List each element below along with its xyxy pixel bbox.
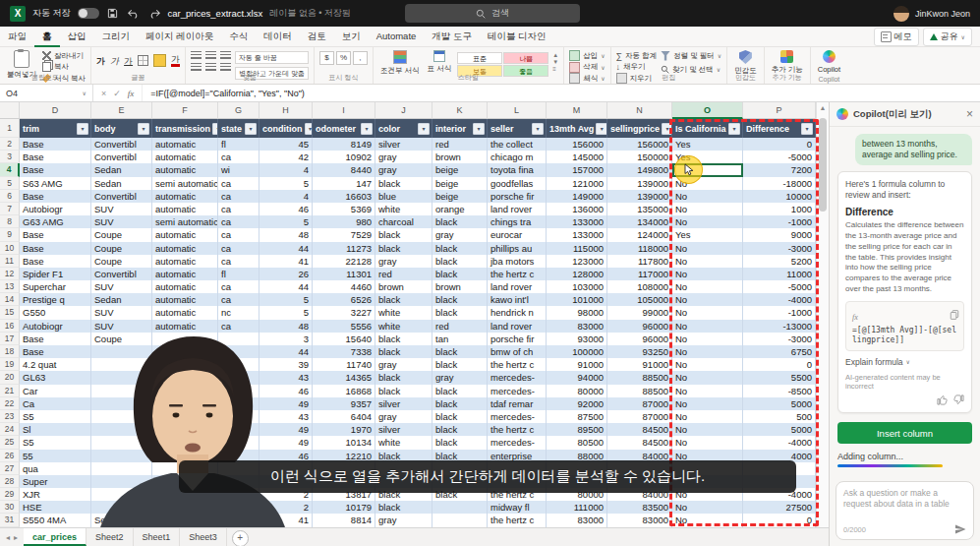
enter-icon[interactable]: ✓	[113, 89, 121, 98]
cell[interactable]	[218, 333, 259, 345]
cell[interactable]: gray	[375, 514, 432, 526]
cell[interactable]: G63 AMG	[20, 215, 91, 228]
cell[interactable]	[152, 358, 218, 371]
formula-input[interactable]: =IF([@model]="California", "Yes", "No")	[143, 89, 305, 98]
cell[interactable]: 98000	[547, 306, 607, 319]
cell[interactable]: Spider F1	[20, 268, 91, 280]
insert-cells-button[interactable]: 삽입∨	[569, 51, 605, 60]
col-header-Difference[interactable]: Difference▾	[743, 119, 816, 138]
share-button[interactable]: 공유 ∨	[923, 28, 972, 46]
cell[interactable]: 11273	[313, 242, 375, 255]
cell[interactable]	[218, 436, 259, 449]
cell[interactable]: 87500	[547, 410, 607, 423]
cell[interactable]: Yes	[672, 138, 743, 151]
row-header-7[interactable]: 7	[0, 203, 20, 215]
avatar[interactable]	[894, 6, 909, 22]
cell[interactable]: black	[432, 345, 488, 358]
cell[interactable]: kawo int'l	[488, 293, 547, 306]
cell[interactable]: red	[432, 138, 488, 151]
col-header-state[interactable]: state▾	[218, 119, 259, 138]
cell[interactable]: 49	[259, 436, 313, 449]
align-bottom-icon[interactable]	[220, 51, 231, 59]
cell[interactable]: 80000	[547, 385, 607, 397]
filter-icon[interactable]: ▾	[418, 123, 430, 135]
cell[interactable]: 10179	[313, 501, 375, 514]
cell[interactable]: SUV	[91, 320, 152, 333]
cell[interactable]: 94000	[547, 371, 607, 384]
column-letter-H[interactable]: H	[259, 102, 313, 119]
cell[interactable]: 115000	[547, 242, 607, 255]
insert-column-button[interactable]: Insert column	[837, 422, 972, 444]
cell[interactable]: black	[432, 423, 488, 436]
scroll-up-icon[interactable]: ▲	[817, 102, 829, 114]
cell[interactable]: 9357	[313, 397, 375, 410]
cell[interactable]: -5000	[743, 280, 816, 293]
cell[interactable]	[91, 410, 152, 423]
cell[interactable]: 44	[259, 242, 313, 255]
cell[interactable]: 26	[259, 268, 313, 280]
cell[interactable]: 15640	[313, 333, 375, 345]
cell[interactable]: Sedan	[91, 163, 152, 176]
cell[interactable]: 41	[259, 514, 313, 526]
cell[interactable]: 117800	[607, 255, 672, 268]
cell[interactable]: 133000	[547, 228, 607, 241]
cell[interactable]: 49	[259, 397, 313, 410]
column-letter-J[interactable]: J	[375, 102, 432, 119]
column-letter-K[interactable]: K	[432, 102, 488, 119]
cell[interactable]: 157000	[547, 163, 607, 176]
cell[interactable]: 8149	[313, 138, 375, 151]
sheet-tab-Sheet2[interactable]: Sheet2	[86, 528, 134, 546]
cell[interactable]: 5000	[743, 397, 816, 410]
bold-button[interactable]: 가	[96, 56, 105, 66]
cell[interactable]: oh	[218, 514, 259, 526]
document-title[interactable]: car_prices_extract.xlsx	[168, 8, 263, 19]
cell[interactable]: 83500	[607, 501, 672, 514]
cell[interactable]: automatic	[152, 242, 218, 255]
row-header-22[interactable]: 22	[0, 397, 20, 410]
cell[interactable]: No	[672, 501, 743, 514]
col-header-sellingprice[interactable]: sellingprice▾	[607, 119, 672, 138]
cell[interactable]: 48	[259, 228, 313, 241]
cell[interactable]: 46	[259, 203, 313, 215]
cell[interactable]: No	[672, 385, 743, 397]
cell[interactable]: ca	[218, 228, 259, 241]
cell[interactable]: black	[375, 371, 432, 384]
cell[interactable]: mercedes-	[488, 410, 547, 423]
cell[interactable]: the hertz c	[488, 514, 547, 526]
row-header-23[interactable]: 23	[0, 410, 20, 423]
cell[interactable]: the hertz c	[488, 423, 547, 436]
cell[interactable]: SUV	[91, 306, 152, 319]
percent-format-button[interactable]: %	[336, 51, 351, 65]
cell[interactable]: mercedes-	[488, 385, 547, 397]
cell[interactable]: Sedan	[91, 514, 152, 526]
cell[interactable]	[152, 385, 218, 397]
cell[interactable]: chicago m	[488, 151, 547, 163]
thumbs-up-icon[interactable]	[937, 394, 948, 405]
cell[interactable]: black	[375, 333, 432, 345]
cell[interactable]: the collect	[488, 138, 547, 151]
align-left-icon[interactable]	[191, 63, 202, 71]
cell[interactable]: white	[375, 320, 432, 333]
align-top-icon[interactable]	[191, 51, 202, 59]
sheet-tab-Sheet1[interactable]: Sheet1	[134, 528, 181, 546]
cell[interactable]: No	[672, 203, 743, 215]
cell[interactable]: 8814	[313, 514, 375, 526]
cell[interactable]: black	[432, 436, 488, 449]
cell[interactable]	[152, 410, 218, 423]
ribbon-tab-보기[interactable]: 보기	[334, 27, 369, 47]
comments-button[interactable]: 메모	[874, 28, 919, 46]
cell[interactable]	[218, 358, 259, 371]
cell[interactable]: 147	[313, 177, 375, 190]
align-center-icon[interactable]	[205, 63, 216, 71]
filter-icon[interactable]: ▾	[138, 123, 149, 135]
col-header-13mth Avg[interactable]: 13mth Avg▾	[547, 119, 607, 138]
cell[interactable]: S550 4MA	[20, 514, 91, 526]
cell[interactable]: Sedan	[91, 293, 152, 306]
cell[interactable]: black	[432, 306, 488, 319]
cell[interactable]: 4	[259, 190, 313, 203]
cell[interactable]: 8440	[313, 163, 375, 176]
row-header-11[interactable]: 11	[0, 255, 20, 268]
cell[interactable]	[218, 501, 259, 514]
column-letter-G[interactable]: G	[218, 102, 259, 119]
cell[interactable]: fl	[218, 268, 259, 280]
